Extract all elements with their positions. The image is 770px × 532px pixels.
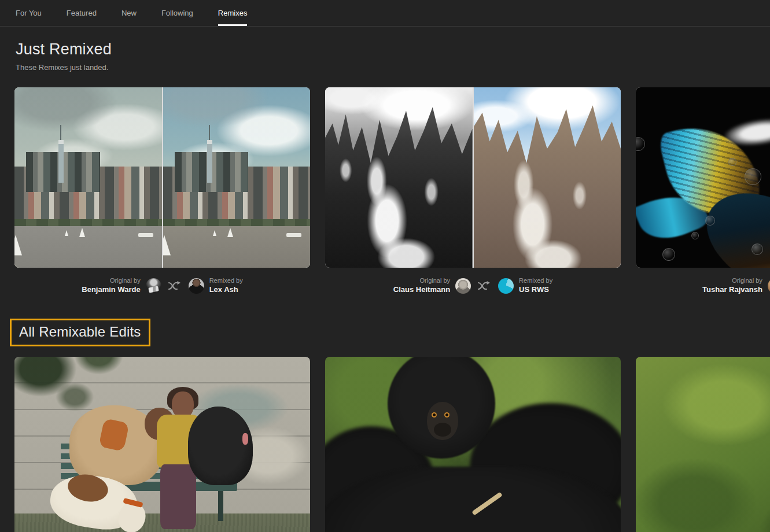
nyc-treeline — [163, 219, 311, 226]
remix-icon — [478, 281, 491, 291]
remix-icon — [168, 281, 182, 291]
ferry-boat — [286, 233, 301, 237]
remixed-by-label: Remixed by — [209, 277, 243, 285]
gorilla-eye — [432, 412, 437, 418]
remixed-by-label: Remixed by — [519, 277, 552, 285]
attribution-row: Original by Claus Heitmann Remixed by US… — [325, 274, 621, 298]
original-author-avatar[interactable] — [146, 278, 161, 294]
edit-card-woman-with-dogs[interactable] — [14, 357, 310, 532]
attribution-row: Original by Tushar Rajvansh Remixed by — [636, 274, 770, 298]
section-title-just-remixed: Just Remixed — [16, 40, 112, 58]
tab-for-you[interactable]: For You — [16, 0, 42, 26]
all-remixable-edits-highlight-box: All Remixable Edits — [10, 319, 150, 346]
attribution-row: Original by Benjamin Warde Remixed by Le… — [14, 274, 310, 298]
feed-tabbar: For You Featured New Following Remixes — [0, 0, 770, 27]
mountains-original-pane — [325, 87, 473, 268]
bench-leg — [218, 491, 223, 521]
sailboat — [227, 228, 233, 237]
bubble — [728, 158, 736, 166]
remixer-credit: Remixed by US RWS — [519, 277, 552, 294]
nyc-remix-pane — [163, 87, 311, 268]
remixer-name[interactable]: US RWS — [519, 285, 552, 294]
nyc-treeline — [14, 219, 162, 226]
bubble — [662, 248, 675, 261]
one-wtc-tower — [207, 140, 212, 183]
edit-card-green-foliage[interactable] — [636, 357, 770, 532]
tab-following[interactable]: Following — [161, 0, 193, 26]
original-author-name[interactable]: Claus Heitmann — [393, 285, 450, 294]
remix-card-mountains: Original by Claus Heitmann Remixed by US… — [325, 87, 621, 298]
black-lab-dog — [188, 407, 253, 485]
original-by-label: Original by — [420, 277, 451, 285]
original-by-label: Original by — [110, 277, 141, 285]
section-subtitle-just-remixed: These Remixes just landed. — [16, 63, 112, 72]
remixer-credit: Remixed by Lex Ash — [209, 277, 243, 294]
mountain-ridge-color — [474, 87, 621, 268]
remix-card-betta-fish: Original by Tushar Rajvansh Remixed by — [636, 87, 770, 298]
all-remixable-row — [14, 357, 770, 532]
betta-tail-white-tip — [721, 114, 770, 150]
edit-card-gorilla[interactable] — [325, 357, 621, 532]
discover-feed-screen: For You Featured New Following Remixes J… — [0, 0, 770, 532]
sailboat — [65, 230, 68, 236]
bubble — [751, 243, 763, 255]
sailboat — [163, 235, 171, 255]
tab-remixes[interactable]: Remixes — [218, 0, 248, 26]
just-remixed-row: Original by Benjamin Warde Remixed by Le… — [14, 87, 770, 298]
original-credit: Original by Benjamin Warde — [82, 277, 140, 294]
original-author-avatar[interactable] — [768, 278, 770, 294]
gorilla-eye — [444, 412, 450, 418]
nyc-original-pane — [14, 87, 162, 268]
gorilla-muzzle — [434, 423, 451, 437]
bubble — [691, 232, 699, 239]
remix-photo-nyc[interactable] — [14, 87, 310, 268]
remixer-name[interactable]: Lex Ash — [209, 285, 243, 294]
remix-photo-mountains[interactable] — [325, 87, 621, 268]
section-title-all-remixable-edits: All Remixable Edits — [19, 324, 141, 340]
dog-tongue — [242, 433, 248, 445]
mountain-ridge-bw — [325, 87, 473, 268]
sailboat — [14, 235, 22, 255]
sailboat — [79, 228, 85, 237]
original-author-name[interactable]: Tushar Rajvansh — [702, 285, 762, 294]
bubble — [636, 137, 645, 151]
just-remixed-header: Just Remixed These Remixes just landed. — [16, 40, 112, 72]
betta-fish-pane — [636, 87, 770, 268]
remixer-avatar[interactable] — [189, 278, 204, 294]
remix-card-nyc: Original by Benjamin Warde Remixed by Le… — [14, 87, 310, 298]
bubble — [705, 216, 715, 226]
mountains-remix-pane — [474, 87, 621, 268]
bubble — [745, 168, 761, 185]
ferry-boat — [138, 233, 153, 237]
original-credit: Original by Claus Heitmann — [393, 277, 450, 294]
original-author-name[interactable]: Benjamin Warde — [82, 285, 140, 294]
tab-featured[interactable]: Featured — [67, 0, 97, 26]
original-credit: Original by Tushar Rajvansh — [702, 277, 762, 294]
remix-photo-betta-fish[interactable] — [636, 87, 770, 268]
woman-pants — [160, 464, 196, 529]
one-wtc-tower — [58, 140, 64, 183]
remixer-avatar[interactable] — [498, 278, 514, 294]
original-author-avatar[interactable] — [455, 278, 471, 294]
original-by-label: Original by — [732, 277, 762, 285]
tab-new[interactable]: New — [121, 0, 137, 26]
sailboat — [213, 230, 216, 236]
